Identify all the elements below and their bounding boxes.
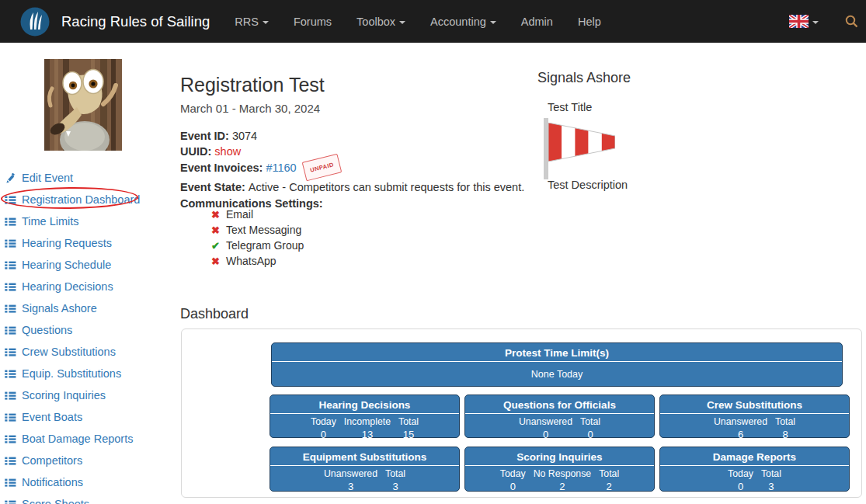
chevron-down-icon [812,21,819,24]
comm-text-messaging-row: ✖Text Messaging [211,222,304,238]
uuid-show-link[interactable]: show [214,145,241,158]
sidebar-item-notifications[interactable]: Notifications [5,471,180,493]
nav-item-toolbox[interactable]: Toolbox [344,16,418,28]
tile-separator [270,465,459,466]
nav-item-accounting[interactable]: Accounting [418,16,509,28]
tile-stats: Today0 No Response2 Total2 [465,468,654,493]
stat: Unanswered0 [519,416,572,441]
sidebar-item-equip-substitutions[interactable]: Equip. Substitutions [5,363,180,384]
chevron-down-icon [490,21,496,24]
tile-separator [465,465,654,466]
app-title[interactable]: Racing Rules of Sailing [61,13,210,30]
tile-stats: Today0 Total3 [660,468,849,493]
tile-stats: Today0 Incomplete13 Total15 [270,416,459,441]
sidebar-item-event-boats[interactable]: Event Boats [5,406,180,428]
stat: Total3 [761,468,781,493]
sidebar-item-score-sheets[interactable]: Score Sheets [5,493,180,504]
invoices-row: Event Invoices: #1160UNPAID [180,160,524,180]
tile-equipment-substitutions[interactable]: Equipment Substitutions Unanswered3 Tota… [270,447,460,492]
stat: No Response2 [534,468,592,493]
comm-telegram-row: ✔Telegram Group [211,238,304,253]
page-title: Registration Test [180,74,325,96]
list-icon [5,348,17,356]
sidebar-item-registration-dashboard[interactable]: Registration Dashboard [5,189,180,210]
list-icon [5,239,17,248]
sidebar-item-hearing-requests[interactable]: Hearing Requests [5,232,180,254]
stat: Today0 [500,468,526,493]
nav-item-rrs[interactable]: RRS [222,16,281,28]
tile-stats: Unanswered3 Total3 [270,468,459,493]
list-icon [5,370,17,378]
invoice-link[interactable]: #1160 [266,162,296,174]
list-icon [5,500,17,504]
signals-ashore-heading: Signals Ashore [537,70,631,86]
list-icon [5,391,17,400]
comm-email-row: ✖Email [211,207,304,222]
x-mark-icon: ✖ [211,224,226,236]
communications-list: ✖Email ✖Text Messaging ✔Telegram Group ✖… [211,207,304,269]
list-icon [5,435,17,443]
stat: Total15 [398,416,419,441]
sidebar-item-competitors[interactable]: Competitors [5,450,180,471]
stat: Total3 [385,468,405,493]
sidebar-item-signals-ashore[interactable]: Signals Ashore [5,297,180,319]
event-id-row: Event ID: 3074 [180,128,524,144]
list-icon [5,217,17,226]
sidebar-item-scoring-inquiries[interactable]: Scoring Inquiries [5,384,180,406]
chevron-down-icon [399,21,405,24]
stat: Total0 [580,416,600,441]
uk-flag-icon [789,15,809,28]
sidebar-item-hearing-decisions[interactable]: Hearing Decisions [5,276,180,297]
tile-scoring-inquiries[interactable]: Scoring Inquiries Today0 No Response2 To… [464,447,655,492]
check-mark-icon: ✔ [211,240,226,252]
tile-stats: Unanswered6 Total8 [660,416,849,441]
list-icon [5,283,17,291]
stat: Unanswered3 [324,468,377,493]
answering-pennant-flag [548,123,615,162]
signal-description: Test Description [548,179,628,191]
event-state-row: Event State: Active - Competitors can su… [180,179,524,195]
list-icon [5,304,17,313]
rrs-sail-logo-icon[interactable] [20,7,50,36]
nav-item-forums[interactable]: Forums [281,16,344,28]
tile-separator [270,413,459,414]
language-selector[interactable] [789,15,819,28]
x-mark-icon: ✖ [211,255,226,267]
list-icon [5,457,17,465]
top-navbar: Racing Rules of Sailing RRS Forums Toolb… [0,0,866,43]
tile-crew-substitutions[interactable]: Crew Substitutions Unanswered6 Total8 [659,395,850,438]
dashboard-heading: Dashboard [180,306,249,322]
list-icon [5,478,17,487]
tile-questions-for-officials[interactable]: Questions for Officials Unanswered0 Tota… [464,395,655,438]
sidebar-item-time-limits[interactable]: Time Limits [5,210,180,232]
sidebar-item-questions[interactable]: Questions [5,319,180,341]
tile-separator [272,361,842,362]
stat: Total2 [599,468,619,493]
list-icon [5,261,17,269]
sidebar-item-hearing-schedule[interactable]: Hearing Schedule [5,254,180,276]
event-info-block: Event ID: 3074 UUID: show Event Invoices… [180,128,524,211]
event-id-value: 3074 [232,130,257,142]
tile-protest-time-limits[interactable]: Protest Time Limit(s) None Today [271,342,843,387]
sidebar-item-edit-event[interactable]: Edit Event [5,167,180,189]
user-avatar[interactable] [44,59,122,151]
signal-title: Test Title [548,101,592,113]
search-icon [845,15,858,28]
list-icon [5,413,17,422]
dashboard-panel: Protest Time Limit(s) None Today Hearing… [181,328,862,498]
sidebar-item-crew-substitutions[interactable]: Crew Substitutions [5,341,180,363]
sidebar-item-boat-damage-reports[interactable]: Boat Damage Reports [5,428,180,450]
tile-damage-reports[interactable]: Damage Reports Today0 Total3 [659,447,850,492]
tile-separator [465,413,654,414]
nav-item-admin[interactable]: Admin [509,16,565,28]
list-icon [5,196,17,204]
main-menu: RRS Forums Toolbox Accounting Admin Help [222,16,613,28]
tile-hearing-decisions[interactable]: Hearing Decisions Today0 Incomplete13 To… [270,395,460,438]
tile-separator [660,465,849,466]
comm-whatsapp-row: ✖WhatsApp [211,253,304,269]
nav-item-help[interactable]: Help [565,16,614,28]
event-date-range: March 01 - March 30, 2024 [180,102,320,115]
search-button[interactable] [845,15,858,28]
tile-body-text: None Today [272,369,842,380]
chevron-down-icon [263,21,269,24]
